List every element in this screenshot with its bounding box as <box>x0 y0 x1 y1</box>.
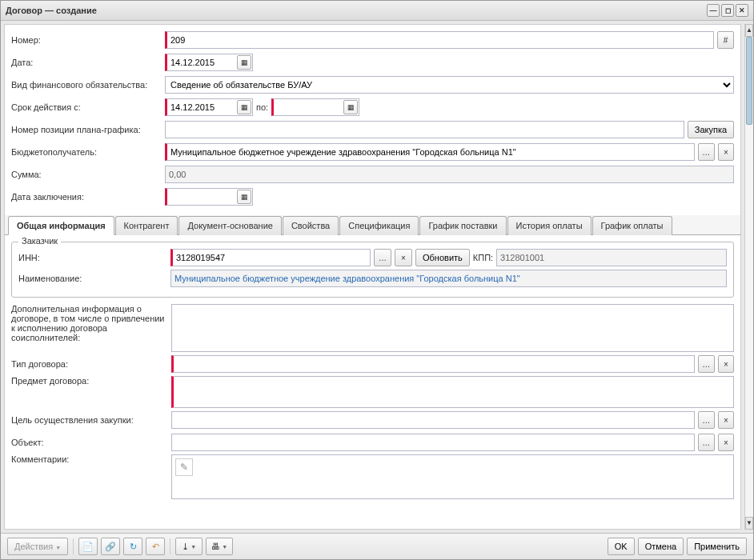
maximize-icon[interactable]: ◻ <box>721 4 734 17</box>
sum-input <box>165 166 734 183</box>
customer-name-input <box>170 270 727 287</box>
footer-toolbar: Действия ▼ 📄 🔗 ↻ ↶ ⤓▼ 🖶▼ OK Отмена Приме… <box>1 533 753 559</box>
purchase-button[interactable]: Закупка <box>688 121 734 138</box>
calendar-icon[interactable]: ▦ <box>237 100 251 114</box>
recipient-input[interactable] <box>165 143 695 161</box>
inn-input[interactable] <box>170 249 371 266</box>
actions-button[interactable]: Действия ▼ <box>7 538 68 555</box>
comments-label: Комментарии: <box>11 454 171 464</box>
window-title: Договор — создание <box>6 6 97 15</box>
recipient-lookup-icon[interactable]: … <box>698 143 715 161</box>
object-clear-icon[interactable]: × <box>718 434 735 451</box>
plan-position-label: Номер позиции плана-графика: <box>11 125 165 134</box>
customer-fieldset: Заказчик ИНН: … × Обновить КПП: Наимено <box>11 242 734 298</box>
purpose-input[interactable] <box>171 411 695 429</box>
extra-info-textarea[interactable] <box>171 304 734 352</box>
inn-lookup-icon[interactable]: … <box>374 249 391 266</box>
tabs: Общая информация Контрагент Документ-осн… <box>5 215 740 235</box>
object-lookup-icon[interactable]: … <box>698 434 715 451</box>
sum-label: Сумма: <box>11 170 165 179</box>
scroll-up-icon[interactable]: ▲ <box>745 24 753 37</box>
obligation-type-label: Вид финансового обязательства: <box>11 80 165 90</box>
tab-basis-document[interactable]: Документ-основание <box>178 216 281 235</box>
toolbar-undo-icon[interactable]: ↶ <box>146 538 165 555</box>
inn-clear-icon[interactable]: × <box>395 249 412 266</box>
contract-type-label: Тип договора: <box>11 359 171 369</box>
close-icon[interactable]: ✕ <box>736 4 748 17</box>
subject-label: Предмет договора: <box>11 376 171 386</box>
calendar-icon[interactable]: ▦ <box>237 55 251 70</box>
calendar-icon[interactable]: ▦ <box>237 190 251 204</box>
toolbar-copy-icon[interactable]: 📄 <box>78 538 98 555</box>
object-input[interactable] <box>171 434 695 451</box>
toolbar-refresh-icon[interactable]: ↻ <box>123 538 142 555</box>
kpp-label: КПП: <box>473 253 493 262</box>
dialog-window: Договор — создание — ◻ ✕ Номер: # Дата: <box>0 0 754 560</box>
contract-type-input[interactable] <box>171 355 695 373</box>
ok-button[interactable]: OK <box>608 538 635 555</box>
scroll-thumb[interactable] <box>746 37 752 125</box>
form-area: Номер: # Дата: ▦ Вид <box>4 24 741 530</box>
number-generate-icon[interactable]: # <box>717 31 734 49</box>
number-label: Номер: <box>11 35 165 45</box>
tab-properties[interactable]: Свойства <box>283 216 339 235</box>
extra-info-label: Дополнительная информация о договоре, в … <box>11 304 171 342</box>
tab-panel-general: Заказчик ИНН: … × Обновить КПП: Наимено <box>5 235 740 529</box>
purpose-lookup-icon[interactable]: … <box>698 411 715 429</box>
tab-general[interactable]: Общая информация <box>8 216 114 235</box>
kpp-input <box>496 249 727 266</box>
purpose-label: Цель осуществления закупки: <box>11 415 171 425</box>
recipient-label: Бюджетополучатель: <box>11 147 165 157</box>
tab-counterparty[interactable]: Контрагент <box>115 216 178 235</box>
object-label: Объект: <box>11 438 171 447</box>
tab-payment-history[interactable]: История оплаты <box>507 216 592 235</box>
to-label: по: <box>256 102 268 112</box>
minimize-icon[interactable]: — <box>707 4 720 17</box>
recipient-clear-icon[interactable]: × <box>718 143 735 161</box>
purpose-clear-icon[interactable]: × <box>718 411 735 429</box>
tab-specification[interactable]: Спецификация <box>339 216 419 235</box>
contract-type-clear-icon[interactable]: × <box>718 355 735 373</box>
edit-comments-icon[interactable]: ✎ <box>175 458 193 476</box>
number-input[interactable] <box>165 31 714 49</box>
subject-textarea[interactable] <box>171 376 734 408</box>
customer-name-label: Наименование: <box>18 274 167 283</box>
toolbar-print-icon[interactable]: 🖶▼ <box>206 538 233 555</box>
tab-payment-schedule[interactable]: График оплаты <box>592 216 672 235</box>
contract-type-lookup-icon[interactable]: … <box>698 355 715 373</box>
date-label: Дата: <box>11 58 165 67</box>
refresh-button[interactable]: Обновить <box>415 249 470 266</box>
cancel-button[interactable]: Отмена <box>638 538 684 555</box>
titlebar: Договор — создание — ◻ ✕ <box>1 1 753 21</box>
apply-button[interactable]: Применить <box>687 538 747 555</box>
valid-from-label: Срок действия с: <box>11 102 165 112</box>
conclusion-date-label: Дата заключения: <box>11 192 165 202</box>
scroll-down-icon[interactable]: ▼ <box>745 517 753 530</box>
tab-delivery-schedule[interactable]: График поставки <box>419 216 506 235</box>
customer-legend: Заказчик <box>18 236 61 246</box>
inn-label: ИНН: <box>18 253 167 262</box>
obligation-type-select[interactable]: Сведение об обязательстве БУ/АУ <box>165 76 734 94</box>
calendar-icon[interactable]: ▦ <box>343 100 358 114</box>
toolbar-export-icon[interactable]: ⤓▼ <box>175 538 203 555</box>
toolbar-link-icon[interactable]: 🔗 <box>101 538 120 555</box>
plan-position-input[interactable] <box>165 121 684 138</box>
vertical-scrollbar[interactable]: ▲ ▼ <box>744 24 753 530</box>
